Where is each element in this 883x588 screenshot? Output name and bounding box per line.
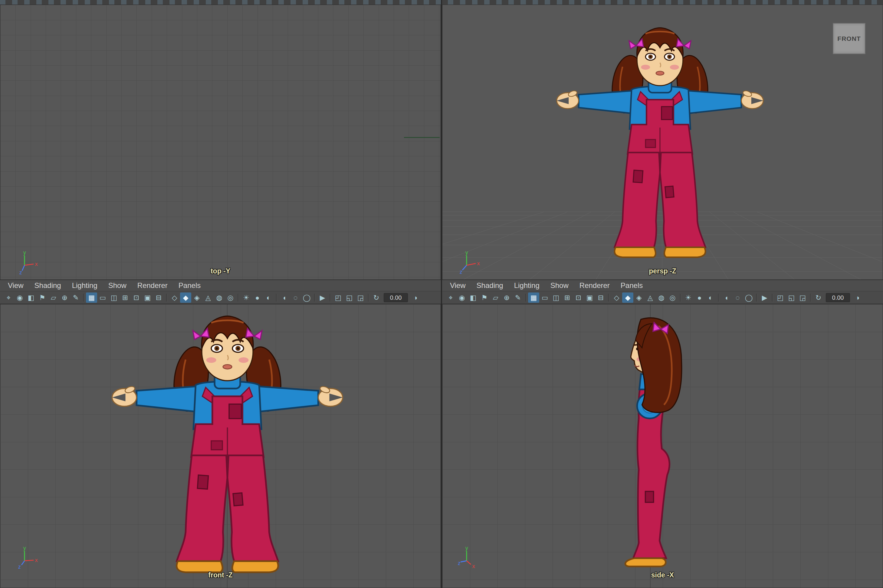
menu-view[interactable]: View	[8, 281, 24, 290]
xray-icon[interactable]: ◎	[225, 292, 236, 303]
field-chart-icon[interactable]: ⊡	[131, 292, 142, 303]
wire-on-shaded-icon[interactable]: ◬	[644, 292, 656, 303]
grease-pencil-icon[interactable]: ✎	[512, 292, 524, 303]
menu-show[interactable]: Show	[108, 281, 126, 290]
safe-action-icon[interactable]: ▣	[584, 292, 595, 303]
gamma-toggle-icon[interactable]: ◑	[852, 292, 863, 303]
toolbar-separator	[772, 294, 773, 302]
lock-camera-icon[interactable]: ◉	[14, 292, 26, 303]
lighting-icon[interactable]: ☀	[240, 292, 252, 303]
menu-renderer[interactable]: Renderer	[137, 281, 168, 290]
menu-panels[interactable]: Panels	[621, 281, 643, 290]
viewport-front[interactable]: y x z front -Z	[0, 304, 441, 588]
frame-selection-icon[interactable]: ◱	[786, 292, 797, 303]
character-model-front[interactable]	[102, 309, 353, 579]
bookmark-icon[interactable]: ⚑	[37, 292, 48, 303]
select-highlight-icon[interactable]: ▶	[759, 292, 770, 303]
use-default-material-icon[interactable]: ◍	[656, 292, 667, 303]
grid-icon[interactable]: ▦	[86, 292, 97, 303]
exposure-icon[interactable]: ↻	[813, 292, 824, 303]
svg-text:x: x	[35, 557, 38, 563]
pan-zoom-icon[interactable]: ⊕	[501, 292, 512, 303]
motion-blur-icon[interactable]: ◌	[290, 292, 301, 303]
lighting-icon[interactable]: ☀	[683, 292, 694, 303]
panel-toolbar-right: ⌖◉◧⚑▱⊕✎▦▭◫⊞⊡▣⊟◇◆◈◬◍◎☀●◐◖◌◯▶◰◱◲↻0.00◑	[442, 291, 883, 304]
use-default-material-icon[interactable]: ◍	[214, 292, 225, 303]
grid-icon[interactable]: ▦	[528, 292, 539, 303]
multisample-icon[interactable]: ◯	[743, 292, 754, 303]
toolbar-separator	[718, 294, 719, 302]
menu-lighting[interactable]: Lighting	[514, 281, 539, 290]
viewport-side[interactable]: y z x side -X	[442, 304, 883, 588]
lock-camera-icon[interactable]: ◉	[457, 292, 467, 303]
menu-show[interactable]: Show	[550, 281, 569, 290]
wire-on-shaded-icon[interactable]: ◬	[203, 292, 214, 303]
toolbar-separator	[330, 294, 331, 302]
toolbar-separator	[83, 294, 84, 302]
image-plane-icon[interactable]: ▱	[48, 292, 59, 303]
frame-all-icon[interactable]: ◰	[333, 292, 344, 303]
gate-mask-icon[interactable]: ⊞	[120, 292, 131, 303]
view-layout-icon[interactable]: ◲	[797, 292, 808, 303]
wireframe-icon[interactable]: ◇	[169, 292, 180, 303]
smooth-shade-icon[interactable]: ◆	[180, 292, 191, 303]
textured-icon[interactable]: ◈	[191, 292, 203, 303]
shadows-icon[interactable]: ●	[694, 292, 705, 303]
safe-title-icon[interactable]: ⊟	[595, 292, 607, 303]
menu-shading[interactable]: Shading	[35, 281, 61, 290]
menu-renderer[interactable]: Renderer	[580, 281, 610, 290]
character-model-side[interactable]	[609, 310, 702, 576]
textured-icon[interactable]: ◈	[633, 292, 644, 303]
menu-view[interactable]: View	[450, 281, 466, 290]
isolate-select-icon[interactable]: ◖	[721, 292, 732, 303]
multisample-icon[interactable]: ◯	[301, 292, 312, 303]
menu-panels[interactable]: Panels	[179, 281, 201, 290]
gate-mask-icon[interactable]: ⊞	[562, 292, 573, 303]
shadows-icon[interactable]: ●	[252, 292, 263, 303]
camera-attributes-icon[interactable]: ◧	[26, 292, 37, 303]
grease-pencil-icon[interactable]: ✎	[70, 292, 81, 303]
image-plane-icon[interactable]: ▱	[490, 292, 501, 303]
motion-blur-icon[interactable]: ◌	[732, 292, 743, 303]
ambient-occlusion-icon[interactable]: ◐	[705, 292, 716, 303]
gamma-toggle-icon[interactable]: ◑	[410, 292, 421, 303]
viewport-persp[interactable]: FRONT y x z persp -Z	[442, 4, 883, 280]
viewport-label-top: top -Y	[0, 267, 441, 275]
ambient-occlusion-icon[interactable]: ◐	[263, 292, 274, 303]
film-gate-icon[interactable]: ▭	[539, 292, 550, 303]
axis-indicator: y x z	[457, 250, 482, 276]
panel-divider[interactable]	[441, 0, 442, 588]
field-chart-icon[interactable]: ⊡	[573, 292, 584, 303]
select-camera-icon[interactable]: ⌖	[3, 292, 14, 303]
select-camera-icon[interactable]: ⌖	[445, 292, 457, 303]
smooth-shade-icon[interactable]: ◆	[622, 292, 633, 303]
exposure-value[interactable]: 0.00	[826, 293, 850, 302]
safe-title-icon[interactable]: ⊟	[153, 292, 164, 303]
frame-all-icon[interactable]: ◰	[775, 292, 786, 303]
toolbar-separator	[276, 294, 277, 302]
resolution-gate-icon[interactable]: ◫	[550, 292, 562, 303]
exposure-icon[interactable]: ↻	[371, 292, 382, 303]
menu-lighting[interactable]: Lighting	[72, 281, 98, 290]
viewport-top[interactable]: y x z top -Y	[0, 4, 441, 280]
bookmark-icon[interactable]: ⚑	[479, 292, 490, 303]
film-gate-icon[interactable]: ▭	[97, 292, 108, 303]
exposure-value[interactable]: 0.00	[384, 293, 408, 302]
safe-action-icon[interactable]: ▣	[142, 292, 153, 303]
select-highlight-icon[interactable]: ▶	[317, 292, 328, 303]
isolate-select-icon[interactable]: ◖	[279, 292, 290, 303]
front-image-plane[interactable]: FRONT	[833, 23, 865, 54]
toolbar-separator	[810, 294, 811, 302]
menu-shading[interactable]: Shading	[477, 281, 503, 290]
frame-selection-icon[interactable]: ◱	[344, 292, 355, 303]
xray-icon[interactable]: ◎	[667, 292, 678, 303]
resolution-gate-icon[interactable]: ◫	[108, 292, 120, 303]
view-layout-icon[interactable]: ◲	[355, 292, 366, 303]
toolbar-separator	[756, 294, 757, 302]
top-view-object-edge[interactable]	[404, 137, 440, 138]
character-model-persp[interactable]	[548, 22, 772, 264]
camera-attributes-icon[interactable]: ◧	[467, 292, 479, 303]
wireframe-icon[interactable]: ◇	[611, 292, 622, 303]
pan-zoom-icon[interactable]: ⊕	[59, 292, 70, 303]
toolbar-separator	[608, 294, 609, 302]
